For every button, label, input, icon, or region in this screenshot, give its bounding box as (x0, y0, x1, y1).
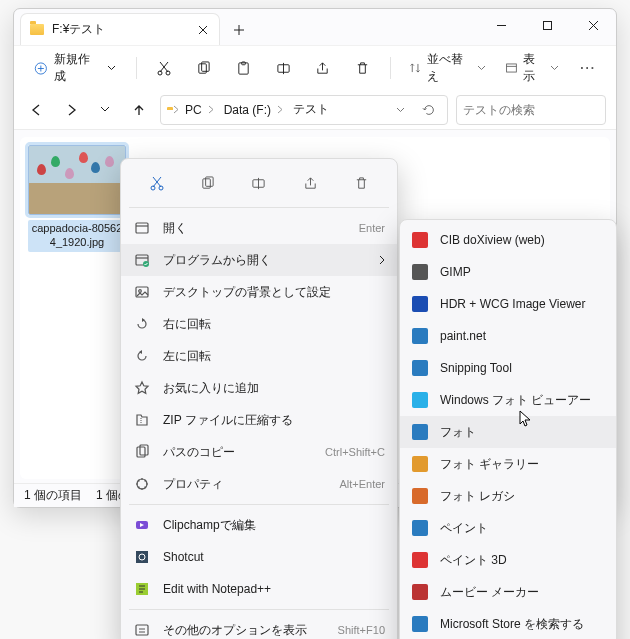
chevron-down-icon (107, 65, 116, 71)
openwith-item[interactable]: ペイント (400, 512, 616, 544)
openwith-label: フォト ギャラリー (440, 456, 604, 473)
view-label: 表示 (523, 51, 545, 85)
toolbar: 新規作成 並べ替え 表示 ··· (14, 45, 616, 90)
openwith-item[interactable]: HDR + WCG Image Viewer (400, 288, 616, 320)
folder-icon (29, 22, 45, 38)
app-icon (412, 520, 428, 536)
ctx-item-copypath[interactable]: パスのコピー Ctrl+Shift+C (121, 436, 397, 468)
openwith-item[interactable]: フォト ギャラリー (400, 448, 616, 480)
cut-icon[interactable] (146, 51, 182, 85)
close-tab-icon[interactable] (195, 22, 211, 38)
sort-button[interactable]: 並べ替え (401, 46, 493, 90)
crumb-1[interactable]: Data (F:) (224, 103, 287, 117)
openwith-label: paint.net (440, 329, 604, 343)
minimize-button[interactable] (478, 9, 524, 41)
close-button[interactable] (570, 9, 616, 41)
svg-point-24 (139, 290, 142, 293)
openwith-label: HDR + WCG Image Viewer (440, 297, 604, 311)
ctx-item-label: Shotcut (163, 550, 385, 564)
nav-recent[interactable] (92, 97, 118, 123)
ctx-item-label: Edit with Notepad++ (163, 582, 385, 596)
ctx-item-zip[interactable]: ZIP ファイルに圧縮する (121, 404, 397, 436)
openwith-item[interactable]: CIB doXiview (web) (400, 224, 616, 256)
more-button[interactable]: ··· (570, 51, 606, 85)
openwith-item[interactable]: フォト (400, 416, 616, 448)
nav-forward[interactable] (58, 97, 84, 123)
openwith-item[interactable]: Microsoft Store を検索する (400, 608, 616, 639)
rename-icon[interactable] (265, 51, 301, 85)
view-button[interactable]: 表示 (497, 46, 566, 90)
ctx-copy-icon[interactable] (193, 168, 223, 198)
address-bar[interactable]: PC Data (F:) テスト (160, 95, 448, 125)
ctx-item-openwith[interactable]: プログラムから開く (121, 244, 397, 276)
openwith-label: ペイント 3D (440, 552, 604, 569)
new-button[interactable]: 新規作成 (24, 46, 126, 90)
shotcut-icon (133, 548, 151, 566)
ctx-item-star[interactable]: お気に入りに追加 (121, 372, 397, 404)
file-name: cappadocia-805624_1920.jpg (28, 220, 126, 252)
openwith-label: ムービー メーカー (440, 584, 604, 601)
svg-rect-32 (136, 625, 148, 635)
ctx-share-icon[interactable] (295, 168, 325, 198)
paste-icon[interactable] (226, 51, 262, 85)
ctx-item-hint: Alt+Enter (339, 478, 385, 490)
nav-back[interactable] (24, 97, 50, 123)
tab-active[interactable]: F:¥テスト (20, 13, 220, 45)
openwith-item[interactable]: ペイント 3D (400, 544, 616, 576)
titlebar: F:¥テスト (14, 9, 616, 45)
nav-up[interactable] (126, 97, 152, 123)
search-box[interactable] (456, 95, 606, 125)
file-item[interactable]: cappadocia-805624_1920.jpg (28, 145, 126, 252)
openwith-label: Microsoft Store を検索する (440, 616, 604, 633)
clip-icon (133, 516, 151, 534)
tab-title: F:¥テスト (52, 21, 188, 38)
maximize-button[interactable] (524, 9, 570, 41)
ctx-item-wallpaper[interactable]: デスクトップの背景として設定 (121, 276, 397, 308)
ctx-item-label: ZIP ファイルに圧縮する (163, 412, 385, 429)
open-icon (133, 219, 151, 237)
ctx-item-rot-r[interactable]: 右に回転 (121, 308, 397, 340)
share-icon[interactable] (305, 51, 341, 85)
refresh-icon[interactable] (417, 98, 441, 122)
ctx-item-open[interactable]: 開く Enter (121, 212, 397, 244)
star-icon (133, 379, 151, 397)
props-icon (133, 475, 151, 493)
ctx-item-props[interactable]: プロパティ Alt+Enter (121, 468, 397, 500)
ctx-item-npp[interactable]: Edit with Notepad++ (121, 573, 397, 605)
rot-r-icon (133, 315, 151, 333)
address-row: PC Data (F:) テスト (14, 90, 616, 130)
ctx-item-label: 右に回転 (163, 316, 385, 333)
openwith-item[interactable]: Windows フォト ビューアー (400, 384, 616, 416)
context-iconbar (121, 163, 397, 203)
ctx-item-label: 左に回転 (163, 348, 385, 365)
ctx-item-moreopt[interactable]: その他のオプションを表示 Shift+F10 (121, 614, 397, 639)
openwith-item[interactable]: ムービー メーカー (400, 576, 616, 608)
ctx-item-label: パスのコピー (163, 444, 313, 461)
ctx-item-rot-l[interactable]: 左に回転 (121, 340, 397, 372)
openwith-item[interactable]: フォト レガシ (400, 480, 616, 512)
ctx-delete-icon[interactable] (346, 168, 376, 198)
copy-icon[interactable] (186, 51, 222, 85)
chevron-right-icon (173, 105, 179, 114)
ctx-item-clip[interactable]: Clipchampで編集 (121, 509, 397, 541)
openwith-item[interactable]: paint.net (400, 320, 616, 352)
ctx-item-shotcut[interactable]: Shotcut (121, 541, 397, 573)
openwith-label: Windows フォト ビューアー (440, 392, 604, 409)
ctx-cut-icon[interactable] (142, 168, 172, 198)
openwith-label: フォト レガシ (440, 488, 604, 505)
new-tab-button[interactable] (224, 15, 254, 45)
crumb-2[interactable]: テスト (293, 101, 329, 118)
app-icon (412, 552, 428, 568)
openwith-item[interactable]: GIMP (400, 256, 616, 288)
openwith-item[interactable]: Snipping Tool (400, 352, 616, 384)
search-input[interactable] (463, 103, 613, 117)
app-icon (412, 296, 428, 312)
chevron-down-icon[interactable] (396, 107, 405, 113)
ctx-rename-icon[interactable] (244, 168, 274, 198)
openwith-label: Snipping Tool (440, 361, 604, 375)
chevron-right-icon (379, 255, 385, 265)
delete-icon[interactable] (345, 51, 381, 85)
crumb-0[interactable]: PC (185, 103, 218, 117)
app-icon (412, 232, 428, 248)
svg-rect-20 (136, 223, 148, 233)
